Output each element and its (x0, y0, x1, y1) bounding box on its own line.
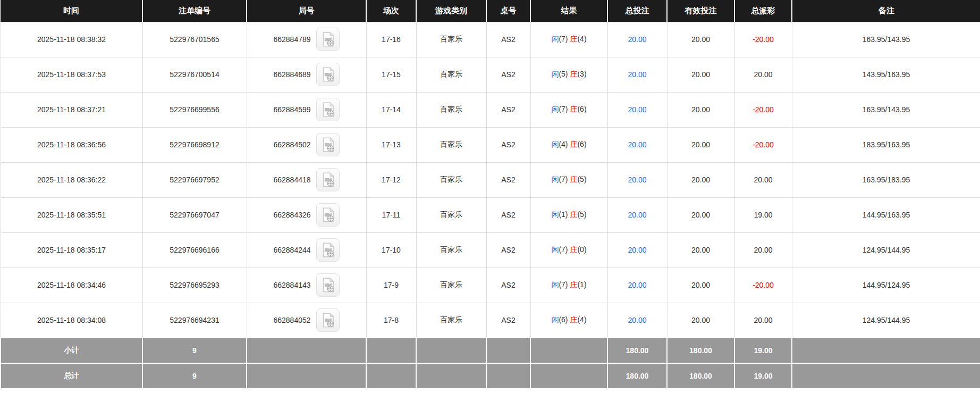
banker-result-label: 庄 (570, 105, 577, 113)
remark-cell: 144.95/163.95 (792, 197, 980, 232)
player-result-score: (7) (559, 105, 568, 113)
subtotal-label: 小计 (1, 338, 142, 363)
remark-cell: 124.95/144.95 (792, 303, 980, 338)
player-result-score: (7) (559, 35, 568, 43)
round-number: 662884502 (273, 140, 310, 149)
video-replay-button[interactable] (316, 308, 340, 332)
video-replay-button[interactable] (316, 98, 340, 121)
video-replay-button[interactable] (316, 203, 340, 227)
video-replay-icon (320, 31, 336, 47)
remark-cell: 163.95/143.95 (792, 92, 980, 127)
bet-number-cell: 522976699556 (142, 92, 247, 127)
player-result-score: (7) (559, 245, 568, 254)
session-cell: 17-14 (366, 92, 416, 127)
table-number-cell: AS2 (486, 57, 530, 92)
video-replay-button[interactable] (316, 133, 340, 156)
round-number: 662884052 (273, 316, 310, 324)
table-row: 2025-11-18 08:37:53 522976700514 6628846… (1, 57, 980, 92)
banker-result-label: 庄 (570, 245, 577, 254)
round-number-cell: 662884502 (247, 127, 366, 162)
bet-number-cell: 522976698912 (142, 127, 247, 162)
table-row: 2025-11-18 08:35:51 522976697047 6628843… (1, 197, 980, 232)
valid-bet-cell: 20.00 (667, 268, 734, 303)
time-cell: 2025-11-18 08:34:08 (1, 303, 142, 338)
payout-cell: -20.00 (734, 22, 792, 57)
round-number-cell: 662884326 (247, 197, 366, 232)
round-number: 662884244 (273, 246, 310, 254)
video-replay-button[interactable] (316, 168, 340, 191)
session-cell: 17-13 (366, 127, 416, 162)
player-result-label: 闲 (551, 70, 559, 78)
result-cell: 闲(7) 庄(6) (530, 92, 607, 127)
table-row: 2025-11-18 08:34:46 522976695293 6628841… (1, 268, 980, 303)
col-header-bet-number: 注单编号 (142, 0, 247, 22)
round-number: 662884143 (273, 281, 310, 289)
summary-empty-cell (486, 338, 530, 363)
player-result-label: 闲 (551, 105, 559, 113)
session-cell: 17-9 (366, 268, 416, 303)
banker-result-score: (5) (577, 175, 586, 183)
table-row: 2025-11-18 08:38:32 522976701565 6628847… (1, 22, 980, 57)
table-number-cell: AS2 (486, 197, 530, 232)
video-replay-button[interactable] (316, 28, 340, 51)
bet-records-table: 时间 注单编号 局号 场次 游戏类别 桌号 结果 总投注 有效投注 总派彩 备注… (0, 0, 980, 389)
round-number-cell: 662884244 (247, 232, 366, 268)
table-row: 2025-11-18 08:34:08 522976694231 6628840… (1, 303, 980, 338)
col-header-table-number: 桌号 (486, 0, 530, 22)
banker-result-score: (5) (577, 210, 586, 219)
payout-cell: 20.00 (734, 303, 792, 338)
banker-result-score: (6) (577, 105, 586, 113)
video-replay-button[interactable] (316, 63, 340, 86)
payout-cell: 20.00 (734, 232, 792, 268)
player-result-label: 闲 (551, 245, 559, 254)
video-replay-icon (320, 207, 336, 223)
session-cell: 17-15 (366, 57, 416, 92)
summary-empty-cell (530, 338, 607, 363)
subtotal-row: 小计 9 180.00 180.00 19.00 (1, 338, 980, 363)
banker-result-label: 庄 (570, 280, 577, 289)
bet-number-cell: 522976695293 (142, 268, 247, 303)
payout-cell: 19.00 (734, 197, 792, 232)
col-header-time: 时间 (1, 0, 142, 22)
time-cell: 2025-11-18 08:37:21 (1, 92, 142, 127)
round-number: 662884689 (273, 70, 310, 79)
valid-bet-cell: 20.00 (667, 57, 734, 92)
bet-number-cell: 522976701565 (142, 22, 247, 57)
banker-result-label: 庄 (570, 175, 577, 183)
game-type-cell: 百家乐 (416, 303, 486, 338)
col-header-remark: 备注 (792, 0, 980, 22)
player-result-score: (1) (559, 210, 568, 219)
video-replay-button[interactable] (316, 273, 340, 297)
video-replay-button[interactable] (316, 238, 340, 262)
banker-result-score: (1) (577, 280, 586, 289)
banker-result-label: 庄 (570, 210, 577, 219)
session-cell: 17-10 (366, 232, 416, 268)
table-summary: 小计 9 180.00 180.00 19.00 总计 9 180.00 180… (1, 338, 980, 389)
result-cell: 闲(6) 庄(4) (530, 303, 607, 338)
game-type-cell: 百家乐 (416, 197, 486, 232)
video-replay-icon (320, 102, 336, 118)
bet-number-cell: 522976697047 (142, 197, 247, 232)
bet-number-cell: 522976697952 (142, 162, 247, 197)
total-bet-cell: 20.00 (607, 162, 667, 197)
valid-bet-cell: 20.00 (667, 232, 734, 268)
total-bet-cell: 20.00 (607, 57, 667, 92)
valid-bet-cell: 20.00 (667, 303, 734, 338)
session-cell: 17-12 (366, 162, 416, 197)
valid-bet-cell: 20.00 (667, 197, 734, 232)
banker-result-score: (4) (577, 315, 586, 324)
session-cell: 17-16 (366, 22, 416, 57)
grand-total-payout: 19.00 (734, 363, 792, 389)
table-number-cell: AS2 (486, 22, 530, 57)
summary-empty-cell (416, 338, 486, 363)
grand-total-row: 总计 9 180.00 180.00 19.00 (1, 363, 980, 389)
result-cell: 闲(7) 庄(0) (530, 232, 607, 268)
total-bet-cell: 20.00 (607, 127, 667, 162)
subtotal-payout: 19.00 (734, 338, 792, 363)
round-number: 662884418 (273, 176, 310, 184)
col-header-result: 结果 (530, 0, 607, 22)
result-cell: 闲(7) 庄(5) (530, 162, 607, 197)
remark-cell: 124.95/144.95 (792, 232, 980, 268)
result-cell: 闲(5) 庄(3) (530, 57, 607, 92)
result-cell: 闲(7) 庄(1) (530, 268, 607, 303)
